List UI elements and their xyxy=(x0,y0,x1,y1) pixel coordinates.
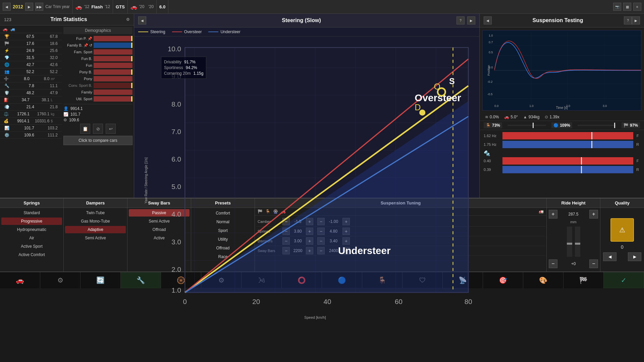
stat-val1-0: 67.5 xyxy=(11,34,34,39)
nav-gearbox[interactable]: 🔄 xyxy=(80,272,121,288)
freq-bar-4 xyxy=(502,166,633,173)
ctrl-slider-thumb1[interactable] xyxy=(533,123,534,128)
damper-adaptive[interactable]: Adaptive xyxy=(65,226,126,233)
gts-name: GTS xyxy=(116,4,125,9)
freq-marker-1 xyxy=(591,132,592,139)
stat-val1-12: 9914.1 xyxy=(9,119,30,123)
svg-text:Understeer: Understeer xyxy=(338,245,391,256)
weight-icon: ▲ xyxy=(523,115,527,119)
svg-text:2.0: 2.0 xyxy=(171,265,181,273)
susp-help-button[interactable]: ? xyxy=(624,16,632,24)
fast-forward-button[interactable]: ▶▶ xyxy=(35,3,43,11)
demo-fun: Fun xyxy=(63,62,132,68)
ctrl-slider-thumb2[interactable] xyxy=(614,123,615,128)
spring-active-sport[interactable]: Active Sport xyxy=(1,243,62,250)
rh-slider-right[interactable] xyxy=(575,227,580,257)
reset-button[interactable]: ⊘ xyxy=(93,124,103,134)
spring-air[interactable]: Air xyxy=(1,234,62,242)
spring-standard[interactable]: Standard xyxy=(1,209,62,217)
screenshot-button[interactable]: 📷 xyxy=(613,3,621,11)
stat-icon-3: 💎 xyxy=(3,55,11,60)
steering-stats-box: Drivability 91.7% Sportiness 94.2% Corne… xyxy=(161,57,206,79)
spring-active-comfort[interactable]: Active Comfort xyxy=(1,251,62,258)
damper-gas-mono[interactable]: Gas Mono-Tube xyxy=(65,218,126,225)
stat-val2-10: 21.8 xyxy=(34,105,58,109)
stat-val1-7: 7.8 xyxy=(11,83,34,88)
demo-bar-family xyxy=(94,89,132,95)
nav-body[interactable]: 🚗 xyxy=(0,272,40,288)
quality-arrow-right[interactable]: ▶ xyxy=(628,252,641,261)
stat-icon-6: ➕ xyxy=(3,76,9,81)
grid-button[interactable]: ▦ xyxy=(623,3,631,11)
stat-val2-4: 42.6 xyxy=(34,62,58,67)
menu-button[interactable]: ≡ xyxy=(633,3,641,11)
metric-weight: ▲ 934kg xyxy=(523,115,540,119)
svg-text:0: 0 xyxy=(183,298,187,305)
ctrl-race-val: 97% xyxy=(630,123,638,128)
copy-button[interactable]: 📋 xyxy=(80,124,90,134)
legend-line-oversteer xyxy=(172,32,182,32)
damper-twin-tube[interactable]: Twin-Tube xyxy=(65,209,126,217)
svg-text:S: S xyxy=(449,76,455,86)
demo-conv-sport-b: Conv. Sport B. xyxy=(63,82,132,88)
car-tab-tomcat[interactable]: 🚗 '20 '20 xyxy=(128,0,157,13)
freq-val-3: 0.40 xyxy=(484,159,500,163)
trim-stats-header: 123 Trim Statistics ⚙ xyxy=(0,14,134,25)
trim-num: 123 xyxy=(4,17,11,22)
bottom-val1: 9914.1 xyxy=(70,106,83,111)
nav-steering2[interactable]: 🎯 xyxy=(483,272,523,288)
ride-height-section: Ride Height + 287.5 + mm − +0 − xyxy=(547,198,600,272)
demo-label-fun-b: Fun B. xyxy=(63,57,94,61)
car-tab-gts[interactable]: GTS xyxy=(113,0,128,13)
stat-icon-4: 🌐 xyxy=(3,62,11,67)
quality-icon-button[interactable]: ⚠ xyxy=(610,218,634,242)
freq-bar-row-2: 1.75 Hz R xyxy=(484,141,640,148)
steering-prev-button[interactable]: ◀ xyxy=(138,16,146,24)
susp-prev-button[interactable]: ◀ xyxy=(484,16,492,24)
trim-icon-body: 🚗 xyxy=(3,27,8,32)
rh-plus-button[interactable]: + xyxy=(549,210,557,219)
stat-row-4: 🌐42.742.6 xyxy=(0,61,62,68)
suspension-testing-panel: ◀ Suspension Testing ? ▶ Position 1.0 0.… xyxy=(480,14,644,198)
trim-settings-icon[interactable]: ⚙ xyxy=(126,17,130,22)
nav-engine[interactable]: ⚙ xyxy=(40,272,80,288)
rh-slider-left[interactable] xyxy=(567,227,572,257)
prev-year-button[interactable]: ◀ xyxy=(3,3,11,11)
spring-hydropneumatic[interactable]: Hydropneumatic xyxy=(1,226,62,233)
spring-progressive[interactable]: Progressive xyxy=(1,218,62,225)
car-tab-flash[interactable]: 🚗 '12 Flash '12 xyxy=(73,0,113,13)
stat-unit-11: kg xyxy=(51,112,59,116)
ctrl-sport: 🔵 109% xyxy=(551,122,572,128)
next-year-button[interactable]: ▶ xyxy=(25,3,33,11)
quality-content: ⚠ 0 ◀ ▶ xyxy=(600,208,644,272)
svg-text:1.0: 1.0 xyxy=(529,104,533,108)
susp-next-button[interactable]: ▶ xyxy=(632,16,640,24)
rh-plus2-button[interactable]: + xyxy=(589,210,598,219)
metric-wave: ≋ 0.0% xyxy=(485,115,499,119)
nav-paint[interactable]: 🎨 xyxy=(523,272,564,288)
tuning-icon-truck[interactable]: 🚛 xyxy=(539,209,544,214)
damper-semi-active[interactable]: Semi Active xyxy=(65,234,126,242)
demo-label-pony: Pony xyxy=(63,77,94,81)
demo-bar-fun-b xyxy=(94,56,132,61)
demo-label-conv-sport-b: Conv. Sport B. xyxy=(63,83,94,87)
undo-button[interactable]: ↩ xyxy=(106,124,116,134)
nav-race[interactable]: 🏁 xyxy=(564,272,604,288)
freq-bar-row-4: 0.39 R xyxy=(484,166,640,173)
svg-text:10.0: 10.0 xyxy=(168,45,181,53)
steering-next-button[interactable]: ▶ xyxy=(467,16,475,24)
demographics-section: Demographics Fun P. 📌 Family B. 📌 ↺ xyxy=(62,25,134,198)
rh-minus2-button[interactable]: − xyxy=(589,259,598,268)
car-tab-60[interactable]: 6.0 xyxy=(157,0,168,13)
stat-val1-9: 34.7 xyxy=(9,98,30,102)
car-side-icon: 🚗 xyxy=(504,115,509,119)
stat-val1-4: 42.7 xyxy=(11,62,34,67)
compare-cars-button[interactable]: Click to compare cars xyxy=(63,136,132,145)
stat-row-11: ⚖️1726.11760.1kg xyxy=(0,111,62,118)
demo-bar-pony xyxy=(94,76,132,81)
ride-height-content: + 287.5 + mm − +0 − xyxy=(547,208,600,272)
nav-confirm[interactable]: ✓ xyxy=(604,272,644,288)
steering-help-button[interactable]: ? xyxy=(457,16,465,24)
rh-minus-button[interactable]: − xyxy=(549,259,557,268)
quality-arrow-left[interactable]: ◀ xyxy=(603,252,616,261)
